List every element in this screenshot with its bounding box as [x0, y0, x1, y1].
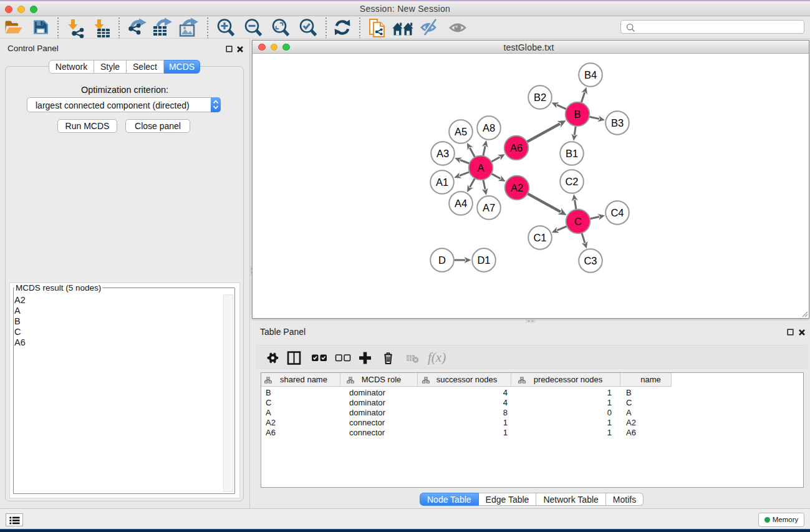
- svg-text:C2: C2: [565, 176, 578, 187]
- svg-text:A3: A3: [436, 148, 449, 159]
- svg-text:A8: A8: [483, 122, 495, 133]
- svg-text:B: B: [574, 109, 581, 120]
- svg-text:B4: B4: [584, 69, 597, 80]
- svg-text:C1: C1: [533, 232, 546, 243]
- svg-text:D1: D1: [477, 254, 490, 266]
- svg-text:f(x): f(x): [428, 351, 446, 365]
- svg-text:A2: A2: [511, 182, 523, 193]
- svg-text:B3: B3: [611, 117, 624, 128]
- svg-text:A7: A7: [483, 202, 495, 213]
- svg-text:C3: C3: [584, 255, 597, 266]
- svg-text:A1: A1: [436, 177, 448, 188]
- svg-text:A6: A6: [510, 142, 523, 153]
- svg-text:D: D: [438, 254, 446, 266]
- svg-text:C4: C4: [610, 207, 624, 218]
- svg-text:B2: B2: [534, 92, 546, 103]
- svg-text:A5: A5: [455, 126, 467, 137]
- svg-text:A: A: [477, 162, 484, 173]
- svg-text:A4: A4: [455, 198, 467, 209]
- svg-text:B1: B1: [566, 148, 578, 159]
- svg-text:C: C: [574, 216, 582, 227]
